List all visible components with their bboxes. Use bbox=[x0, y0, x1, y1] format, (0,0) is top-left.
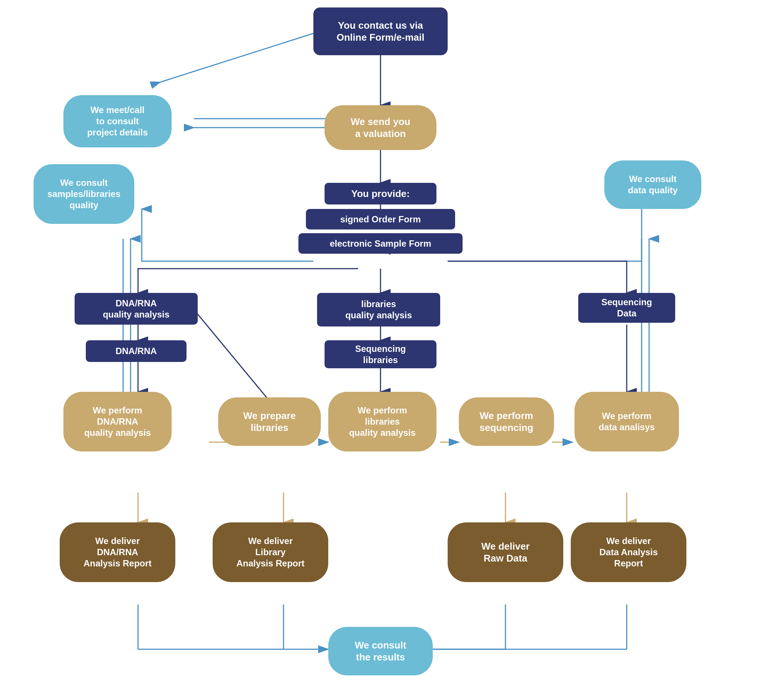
node-perform-lib-quality: We perform libraries quality analysis bbox=[328, 392, 437, 452]
node-prepare-lib: We prepare libraries bbox=[218, 397, 321, 446]
node-dna-quality-analysis: DNA/RNA quality analysis bbox=[75, 293, 198, 325]
node-meet: We meet/call to consult project details bbox=[64, 95, 172, 147]
node-contact: You contact us via Online Form/e-mail bbox=[313, 8, 448, 55]
node-consult-samples: We consult samples/libraries quality bbox=[34, 164, 134, 224]
node-perform-dna: We perform DNA/RNA quality analysis bbox=[64, 392, 172, 452]
node-dna-rna: DNA/RNA bbox=[86, 340, 187, 362]
node-order-form: signed Order Form bbox=[306, 209, 455, 230]
node-perform-data-analysis: We perform data analisys bbox=[574, 392, 679, 452]
node-provide: You provide: bbox=[324, 183, 437, 205]
flowchart-diagram: You contact us via Online Form/e-mail We… bbox=[0, 0, 761, 700]
node-deliver-dna: We deliver DNA/RNA Analysis Report bbox=[60, 522, 175, 582]
node-perform-seq: We perform sequencing bbox=[459, 397, 554, 446]
node-lib-quality-analysis: libraries quality analysis bbox=[317, 293, 440, 327]
node-deliver-lib: We deliver Library Analysis Report bbox=[213, 522, 328, 582]
node-deliver-raw: We deliver Raw Data bbox=[448, 522, 563, 582]
node-consult-results: We consult the results bbox=[328, 627, 433, 675]
node-seq-data: Sequencing Data bbox=[578, 293, 675, 323]
node-seq-libraries: Sequencing libraries bbox=[324, 340, 437, 368]
node-sample-form: electronic Sample Form bbox=[298, 233, 463, 254]
node-deliver-data: We deliver Data Analysis Report bbox=[571, 522, 686, 582]
node-valuation: We send you a valuation bbox=[324, 105, 437, 150]
node-consult-data: We consult data quality bbox=[604, 161, 701, 209]
